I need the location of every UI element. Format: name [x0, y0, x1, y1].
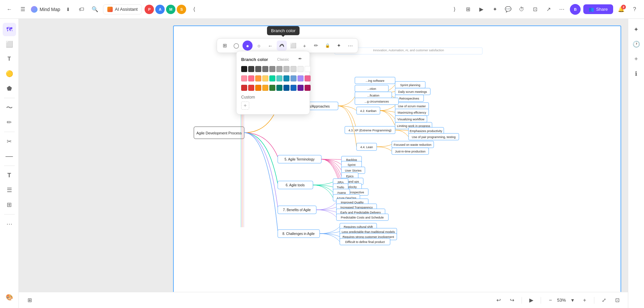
expand-button[interactable]: ⟩: [449, 4, 460, 15]
right-sidebar-plus[interactable]: +: [630, 52, 643, 66]
eyedropper-button[interactable]: ✒: [298, 56, 305, 63]
sidebar-item-list[interactable]: ☰: [3, 183, 16, 197]
right-sidebar: ✦ 🕐 + ℹ: [628, 19, 644, 308]
color-swatch[interactable]: [276, 66, 282, 72]
branch-color-button[interactable]: [277, 41, 287, 51]
sidebar-separator-2: [4, 132, 15, 132]
color-swatch[interactable]: [283, 75, 289, 81]
color-swatch[interactable]: [298, 85, 304, 91]
color-swatch[interactable]: [298, 66, 304, 72]
more-button[interactable]: ⋯: [556, 4, 567, 15]
color-swatch[interactable]: [262, 75, 268, 81]
color-swatch[interactable]: [269, 85, 275, 91]
color-swatch[interactable]: [290, 66, 297, 72]
more-toolbar-button[interactable]: ⋯: [345, 41, 355, 51]
lock-button[interactable]: 🔒: [322, 41, 332, 51]
fullscreen-button[interactable]: ⊡: [612, 295, 623, 306]
sidebar-item-more[interactable]: ⋯: [3, 217, 16, 231]
sidebar-item-shape[interactable]: ⬟: [3, 82, 16, 95]
right-sidebar-magic[interactable]: ✦: [630, 23, 643, 36]
user-avatar[interactable]: B: [570, 4, 581, 15]
page-view-button[interactable]: ⊞: [24, 295, 35, 306]
color-swatch[interactable]: [248, 85, 254, 91]
tag-button[interactable]: 🏷: [76, 4, 87, 15]
sidebar-item-text2[interactable]: T: [3, 169, 16, 182]
color-swatch[interactable]: [248, 75, 254, 81]
right-sidebar-info[interactable]: ℹ: [630, 67, 643, 80]
zoom-dropdown-button[interactable]: ▾: [567, 295, 578, 306]
comment-button[interactable]: 💬: [503, 4, 514, 15]
left-sidebar: 🗺 ⬜ T 🟡 ⬟ 〜 ✏ ✂ — T ☰ ⊞ ⋯ 🎨: [0, 19, 19, 308]
color-swatch[interactable]: [248, 66, 254, 72]
color-swatch[interactable]: [262, 66, 268, 72]
back-button[interactable]: ←: [4, 4, 15, 15]
help-button[interactable]: ?: [629, 4, 640, 15]
timer-button[interactable]: ⏱: [516, 4, 527, 15]
color-swatch[interactable]: [283, 85, 289, 91]
color-swatch[interactable]: [276, 85, 282, 91]
color-swatch[interactable]: [276, 75, 282, 81]
sidebar-item-palette[interactable]: 🎨: [3, 291, 16, 304]
frame-button[interactable]: ⬜: [288, 41, 298, 51]
sidebar-item-frame[interactable]: ⬜: [3, 38, 16, 51]
zoom-out-button[interactable]: −: [545, 295, 556, 306]
svg-text:...g circumstances: ...g circumstances: [365, 100, 389, 103]
collapse-button[interactable]: ⟨: [189, 4, 200, 15]
color-swatch[interactable]: [305, 85, 311, 91]
bottom-bar: ⊞ ↩ ↪ ▶ − 53% ▾ + ⤢ ⊡: [19, 292, 628, 308]
animate-button[interactable]: ✦: [489, 4, 500, 15]
right-sidebar-clock[interactable]: 🕐: [630, 38, 643, 51]
sidebar-item-map[interactable]: 🗺: [3, 23, 16, 36]
zoom-in-button[interactable]: +: [579, 295, 590, 306]
color-picker-title: Branch color: [241, 57, 268, 62]
play-mode-button[interactable]: ▶: [526, 295, 537, 306]
arrow-button[interactable]: ←: [265, 41, 275, 51]
brush-button[interactable]: ✏: [311, 41, 321, 51]
zoom-control: − 53% ▾ +: [545, 295, 590, 306]
color-swatch[interactable]: [262, 85, 268, 91]
fit-screen-button[interactable]: ⤢: [598, 295, 609, 306]
sidebar-item-line[interactable]: —: [3, 149, 16, 163]
color-swatch[interactable]: [241, 75, 247, 81]
sidebar-item-cut[interactable]: ✂: [3, 135, 16, 148]
redo-button[interactable]: ↪: [507, 295, 518, 306]
sidebar-item-sticky[interactable]: 🟡: [3, 67, 16, 80]
undo-button[interactable]: ↩: [493, 295, 504, 306]
menu-button[interactable]: ☰: [17, 4, 28, 15]
color-swatch[interactable]: [255, 85, 261, 91]
color-swatch[interactable]: [269, 66, 275, 72]
embed-button[interactable]: ⊡: [530, 4, 540, 15]
color-swatch[interactable]: [305, 66, 311, 72]
sidebar-item-pen[interactable]: 〜: [3, 101, 16, 114]
color-swatch[interactable]: [290, 75, 297, 81]
template-button[interactable]: ⊞: [463, 4, 473, 15]
shape-button[interactable]: ○: [254, 41, 264, 51]
share-button[interactable]: 👥 Share: [583, 4, 613, 14]
app-logo: Mind Map: [31, 6, 60, 13]
ai-assistant-button[interactable]: AI Assistant: [103, 4, 142, 14]
add-custom-color-button[interactable]: +: [241, 102, 249, 110]
color-swatch[interactable]: [241, 66, 247, 72]
play-button[interactable]: ▶: [476, 4, 487, 15]
search-button[interactable]: 🔍: [90, 4, 100, 15]
add-button[interactable]: +: [300, 41, 310, 51]
circle-active-button[interactable]: ●: [243, 41, 253, 51]
svg-text:Maximizing efficiency: Maximizing efficiency: [398, 111, 426, 114]
notification-button[interactable]: 🔔 2: [616, 4, 627, 15]
sidebar-item-text[interactable]: T: [3, 52, 16, 66]
color-swatch[interactable]: [255, 66, 261, 72]
pointer-button[interactable]: ↗: [543, 4, 554, 15]
color-swatch[interactable]: [290, 85, 297, 91]
color-swatch[interactable]: [305, 75, 311, 81]
color-swatch[interactable]: [298, 75, 304, 81]
fill-button[interactable]: ◯: [231, 41, 241, 51]
color-swatch[interactable]: [255, 75, 261, 81]
grid-view-button[interactable]: ⊞: [220, 41, 230, 51]
color-swatch[interactable]: [269, 75, 275, 81]
color-swatch[interactable]: [283, 66, 289, 72]
ai-toolbar-button[interactable]: ✦: [334, 41, 344, 51]
color-swatch[interactable]: [241, 85, 247, 91]
export-button[interactable]: ⬇: [63, 4, 73, 15]
sidebar-item-grid[interactable]: ⊞: [3, 198, 16, 211]
sidebar-item-draw[interactable]: ✏: [3, 116, 16, 129]
